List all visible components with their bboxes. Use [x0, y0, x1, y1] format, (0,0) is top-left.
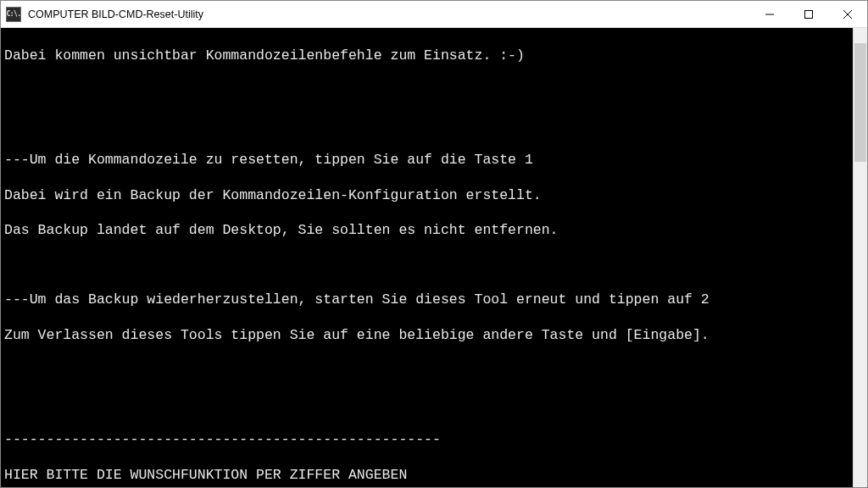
terminal-divider: ----------------------------------------…: [4, 431, 864, 449]
titlebar[interactable]: C:\. COMPUTER BILD-CMD-Reset-Utility: [1, 1, 867, 28]
terminal-content[interactable]: Dabei kommen unsichtbar Kommandozeilenbe…: [1, 28, 867, 487]
close-button[interactable]: [828, 1, 867, 27]
close-icon: [843, 10, 852, 19]
window-title: COMPUTER BILD-CMD-Reset-Utility: [28, 8, 750, 20]
window-frame: C:\. COMPUTER BILD-CMD-Reset-Utility Dab…: [0, 0, 868, 488]
window-controls: [750, 1, 867, 27]
maximize-button[interactable]: [789, 1, 828, 27]
maximize-icon: [804, 10, 813, 19]
terminal-line: Dabei kommen unsichtbar Kommandozeilenbe…: [4, 47, 864, 65]
svg-rect-1: [805, 10, 813, 18]
terminal-blank: [4, 82, 864, 100]
terminal-line: Das Backup landet auf dem Desktop, Sie s…: [4, 222, 864, 240]
terminal-line: ---Um die Kommandozeile zu resetten, tip…: [4, 152, 864, 169]
scrollbar-thumb[interactable]: [854, 43, 866, 162]
terminal-blank: [4, 117, 864, 135]
terminal-blank: [4, 396, 864, 414]
minimize-button[interactable]: [750, 1, 789, 27]
terminal-line: Zum Verlassen dieses Tools tippen Sie au…: [4, 327, 864, 345]
terminal-blank: [4, 362, 864, 380]
terminal-blank: [4, 257, 864, 274]
terminal-line: HIER BITTE DIE WUNSCHFUNKTION PER ZIFFER…: [4, 467, 864, 485]
minimize-icon: [765, 10, 774, 19]
vertical-scrollbar[interactable]: [853, 28, 867, 487]
terminal-line: Dabei wird ein Backup der Kommandozeilen…: [4, 187, 864, 205]
terminal-line: ---Um das Backup wiederherzustellen, sta…: [4, 291, 864, 309]
cmd-icon: C:\.: [6, 7, 21, 22]
